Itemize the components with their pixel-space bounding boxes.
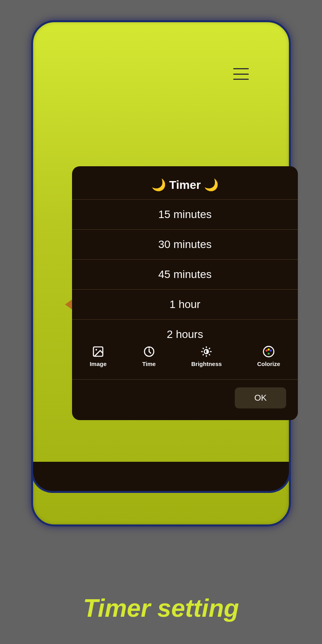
nav-label-brightness: Brightness <box>191 361 222 367</box>
nav-label-time: Time <box>142 361 156 367</box>
svg-point-1 <box>95 349 97 350</box>
svg-line-11 <box>203 348 204 349</box>
nav-item-colorize[interactable]: Colorize <box>257 345 280 367</box>
page-bottom-title: Timer setting <box>0 594 322 623</box>
dialog-title: 🌙 Timer 🌙 <box>72 166 298 199</box>
svg-point-5 <box>148 347 150 348</box>
colorize-icon <box>262 345 276 359</box>
ok-btn-container: OK <box>72 380 298 412</box>
hamburger-button[interactable] <box>233 68 249 80</box>
timer-dialog: 🌙 Timer 🌙 15 minutes 30 minutes 45 minut… <box>72 166 298 420</box>
image-icon <box>91 345 105 359</box>
svg-point-18 <box>267 353 269 355</box>
svg-point-16 <box>266 350 267 352</box>
timer-item-45min[interactable]: 45 minutes <box>72 259 298 289</box>
moon-right-icon: 🌙 <box>204 178 218 191</box>
nav-label-colorize: Colorize <box>257 361 280 367</box>
timer-item-30min[interactable]: 30 minutes <box>72 229 298 259</box>
time-icon <box>142 345 156 359</box>
phone-frame: 🌙 Timer 🌙 15 minutes 30 minutes 45 minut… <box>31 20 291 526</box>
svg-line-4 <box>149 352 151 353</box>
phone-bottom-bar <box>31 462 291 493</box>
svg-point-15 <box>264 347 274 357</box>
timer-item-1hour[interactable]: 1 hour <box>72 289 298 319</box>
svg-line-13 <box>203 354 204 355</box>
page-background: 🌙 Timer 🌙 15 minutes 30 minutes 45 minut… <box>0 0 322 644</box>
svg-point-19 <box>267 348 269 350</box>
svg-line-14 <box>209 348 210 349</box>
nav-item-time[interactable]: Time <box>142 345 156 367</box>
nav-item-brightness[interactable]: Brightness <box>191 345 222 367</box>
nav-item-image[interactable]: Image <box>90 345 106 367</box>
ok-button[interactable]: OK <box>235 387 286 408</box>
nav-label-image: Image <box>90 361 106 367</box>
svg-point-17 <box>270 350 272 352</box>
moon-left-icon: 🌙 <box>151 178 166 191</box>
svg-line-12 <box>209 354 210 355</box>
timer-item-15min[interactable]: 15 minutes <box>72 199 298 229</box>
bottom-nav: Image Time <box>72 339 298 373</box>
brightness-icon <box>199 345 213 359</box>
